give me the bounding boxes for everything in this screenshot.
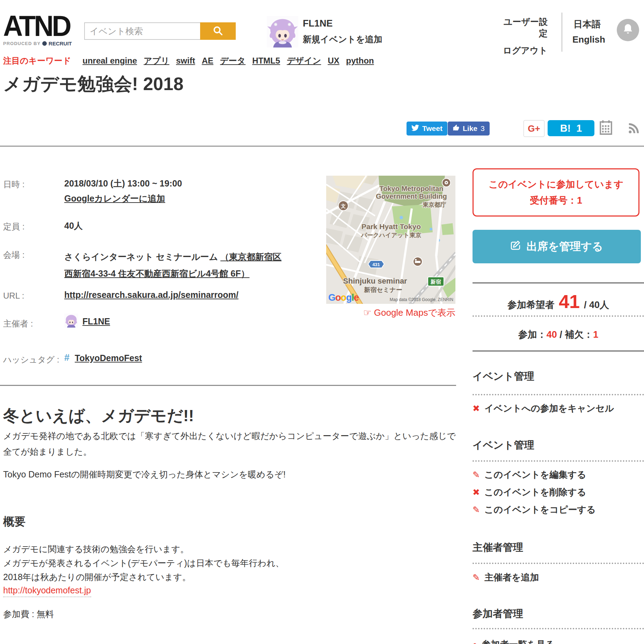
dotted-divider bbox=[473, 628, 644, 629]
overview-paragraph: メガデモが発表されるイベント(デモパーティ)は日本でも毎年行われ、 bbox=[3, 556, 459, 570]
waitlist-label: 補欠： bbox=[565, 329, 593, 340]
calendar-export-button[interactable] bbox=[599, 120, 613, 136]
dotted-divider bbox=[473, 394, 644, 395]
tokyodemofest-link[interactable]: http://tokyodemofest.jp bbox=[3, 585, 91, 597]
cancel-participation-link[interactable]: ✖ イベントへの参加をキャンセル bbox=[473, 402, 614, 415]
notifications-button[interactable] bbox=[617, 19, 639, 41]
edit-square-icon bbox=[510, 240, 521, 253]
school-poi-glyph: 文 bbox=[341, 203, 346, 209]
rss-icon bbox=[628, 129, 640, 135]
tweet-button[interactable]: Tweet bbox=[407, 122, 447, 136]
divider bbox=[0, 385, 456, 386]
google-calendar-link[interactable]: Googleカレンダーに追加 bbox=[64, 193, 165, 204]
page-title: メガデモ勉強会! 2018 bbox=[3, 72, 183, 96]
keyword-link[interactable]: データ bbox=[220, 55, 246, 66]
manage-attendance-label: 出席を管理する bbox=[526, 239, 603, 254]
google-plus-button[interactable]: G+ bbox=[524, 120, 544, 137]
overview-paragraph: 2018年は秋あたりの開催が予定されています。 bbox=[3, 570, 459, 584]
organizer-name-link[interactable]: FL1NE bbox=[82, 316, 110, 327]
divider bbox=[473, 282, 644, 284]
content-heading: 冬といえば、メガデモだ!! bbox=[3, 405, 194, 427]
keyword-link[interactable]: HTML5 bbox=[252, 56, 280, 66]
atnd-logo-text: ATND bbox=[3, 12, 70, 39]
search-input[interactable] bbox=[84, 22, 200, 40]
header-account-links: ユーザー設定 ログアウト bbox=[492, 16, 548, 56]
hashtag-label: ハッシュタグ : bbox=[3, 354, 59, 365]
add-event-link[interactable]: 新規イベントを追加 bbox=[303, 34, 382, 45]
content-paragraph: Tokyo Demo Festの開催時期変更で冷え切った身体とマシンを暖めるぞ! bbox=[3, 467, 459, 482]
hatena-bookmark-button[interactable]: B! 1 bbox=[548, 120, 594, 136]
capacity-value: 40人 bbox=[64, 220, 83, 232]
view-on-google-maps-link[interactable]: Google Mapsで表示 bbox=[374, 307, 455, 318]
keyword-link[interactable]: UX bbox=[328, 56, 339, 66]
copy-event-link[interactable]: ✎ このイベントをコピーする bbox=[473, 504, 596, 516]
thumbs-up-icon bbox=[453, 124, 460, 133]
person-icon: ● bbox=[473, 640, 477, 644]
divider bbox=[473, 350, 644, 352]
event-management-heading: イベント管理 bbox=[473, 438, 534, 452]
view-participants-link[interactable]: ● 参加者一覧を見る bbox=[473, 638, 555, 644]
add-organizer-link[interactable]: ✎ 主催者を追加 bbox=[473, 571, 539, 584]
cancel-participation-label: イベントへの参加をキャンセル bbox=[484, 402, 614, 415]
pencil-icon: ✎ bbox=[473, 505, 480, 515]
add-organizer-label: 主催者を追加 bbox=[484, 571, 539, 584]
keyword-link[interactable]: デザイン bbox=[287, 55, 321, 66]
map-attribution: Map data ©2018 Google, ZENRIN bbox=[390, 297, 453, 302]
reception-number: 受付番号：1 bbox=[530, 194, 582, 207]
event-search bbox=[84, 22, 236, 40]
pencil-icon: ✎ bbox=[473, 572, 480, 583]
pointing-hand-icon: ☞ bbox=[363, 307, 371, 318]
user-settings-link[interactable]: ユーザー設定 bbox=[499, 16, 548, 39]
like-count: 3 bbox=[481, 124, 485, 133]
search-button[interactable] bbox=[200, 22, 236, 40]
map-label: Shinjuku seminar bbox=[343, 277, 407, 285]
keyword-link[interactable]: swift bbox=[176, 56, 195, 66]
lang-ja-link[interactable]: 日本語 bbox=[573, 18, 601, 30]
dotted-divider bbox=[473, 460, 644, 462]
participant-management-heading: 参加者管理 bbox=[473, 607, 523, 621]
like-button[interactable]: Like 3 bbox=[448, 122, 490, 136]
keyword-link[interactable]: AE bbox=[202, 56, 213, 66]
route-shield-number: 431 bbox=[372, 262, 380, 267]
fee-text: 参加費 : 無料 bbox=[3, 606, 54, 622]
venue-value: さくらインターネット セミナールーム （東京都新宿区西新宿4-33-4 住友不動… bbox=[64, 248, 284, 282]
google-map-thumbnail[interactable]: 文 Tokyo Metropolitan Government Building… bbox=[326, 176, 455, 304]
hashtag-link[interactable]: TokyoDemoFest bbox=[75, 353, 142, 363]
atnd-logo[interactable]: ATND PRODUCED BY RECRUIT bbox=[3, 13, 72, 46]
google-logo: Google bbox=[328, 292, 359, 303]
organizer-avatar[interactable] bbox=[64, 314, 78, 328]
participation-status-text: このイベントに参加しています bbox=[489, 178, 623, 191]
view-participants-label: 参加者一覧を見る bbox=[482, 638, 555, 644]
keyword-link[interactable]: アプリ bbox=[144, 55, 169, 66]
overview-paragraph: メガデモに関連する技術の勉強会を行います。 bbox=[3, 542, 459, 556]
participation-status-box: このイベントに参加しています 受付番号：1 bbox=[473, 168, 639, 217]
manage-attendance-button[interactable]: 出席を管理する bbox=[473, 230, 641, 263]
content-paragraph: メガデモ発祥の地である北欧では「寒すぎて外出たくないけど暇だからコンピューターで… bbox=[3, 428, 459, 460]
map-label: パークハイアット東京 bbox=[361, 232, 422, 239]
breakdown-separator: / bbox=[559, 329, 562, 340]
lang-en-link[interactable]: English bbox=[572, 34, 605, 45]
hatena-b-icon: B! bbox=[560, 123, 571, 134]
logout-link[interactable]: ログアウト bbox=[503, 45, 548, 56]
organizer-management-heading: 主催者管理 bbox=[473, 541, 523, 555]
delete-event-link[interactable]: ✖ このイベントを削除する bbox=[473, 486, 586, 498]
hashtag-icon: # bbox=[64, 352, 69, 363]
event-url-link[interactable]: http://research.sakura.ad.jp/seminarroom… bbox=[64, 290, 239, 300]
event-management-heading: イベント管理 bbox=[473, 369, 534, 383]
tweet-label: Tweet bbox=[422, 124, 442, 133]
venue-label: 会場 : bbox=[3, 249, 24, 261]
edit-event-link[interactable]: ✎ このイベントを編集する bbox=[473, 469, 586, 481]
keyword-link[interactable]: unreal engine bbox=[82, 56, 137, 66]
capacity-label: 定員 : bbox=[3, 221, 24, 232]
google-maps-link-row: ☞ Google Mapsで表示 bbox=[326, 307, 455, 319]
x-icon: ✖ bbox=[473, 487, 480, 497]
venue-name: さくらインターネット セミナールーム bbox=[64, 252, 218, 262]
user-avatar[interactable] bbox=[267, 16, 298, 47]
header-username[interactable]: FL1NE bbox=[303, 18, 333, 29]
twitter-bird-icon bbox=[411, 124, 419, 133]
keyword-link[interactable]: python bbox=[346, 56, 374, 66]
organizer-label: 主催者 : bbox=[3, 318, 33, 329]
dotted-divider bbox=[473, 563, 644, 564]
search-icon bbox=[213, 25, 223, 37]
rss-feed-button[interactable] bbox=[628, 122, 640, 136]
